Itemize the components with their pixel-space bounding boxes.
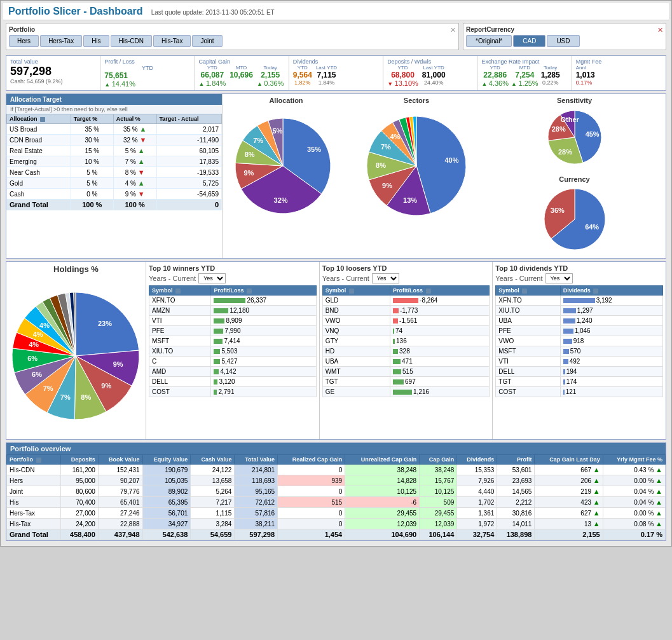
ov-total-cg: 106,144 <box>420 529 457 540</box>
svg-text:9%: 9% <box>113 360 123 368</box>
winner-symbol: C <box>149 357 211 367</box>
list-item: MSFT 570 <box>496 346 663 357</box>
svg-text:28%: 28% <box>551 125 565 133</box>
capital-gain-label: Capital Gain <box>199 58 285 65</box>
loosers-dropdown[interactable]: YesNo <box>372 273 399 283</box>
deposits-label: Deposits / Wdwls <box>387 58 473 65</box>
ov-col-ucg: Unrealized Cap Gain <box>345 455 420 465</box>
svg-text:9%: 9% <box>382 182 392 189</box>
exchange-cell: Exchange Rate Impact YTD 22,886 ▲ 4.36% … <box>477 56 572 90</box>
ov-profit: 30,816 <box>497 508 535 519</box>
ov-profit: 23,693 <box>497 475 535 486</box>
ov-total-cgld: 2,155 <box>535 529 603 540</box>
tab-his[interactable]: His <box>83 35 109 47</box>
list-item: GTY 136 <box>322 336 490 346</box>
sort-ov-p[interactable] <box>36 458 41 463</box>
tab-hers-tax[interactable]: Hers-Tax <box>40 35 82 47</box>
ov-cg: 29,455 <box>420 508 457 519</box>
winners-col-symbol[interactable]: Symbol <box>149 286 211 296</box>
sort-icon-div-val[interactable] <box>593 289 598 294</box>
ov-col-cgld: Cap Gain Last Day <box>535 455 603 465</box>
list-item: PFE 7,990 <box>149 326 317 336</box>
dividends-dropdown[interactable]: YesNo <box>545 273 573 283</box>
alloc-diff: 5,725 <box>156 178 221 189</box>
dep-last-pct: 24.40% <box>424 79 444 86</box>
close-icon-currency[interactable]: ✕ <box>657 26 663 35</box>
allocation-section: Allocation Target If [Target-Actual] >0 … <box>6 94 223 258</box>
list-item: XIU.TO 5,503 <box>149 346 317 357</box>
looser-value: -1,561 <box>390 316 490 326</box>
svg-text:40%: 40% <box>444 156 458 164</box>
ov-col-portfolio[interactable]: Portfolio <box>7 455 61 465</box>
ov-name: His-CDN <box>7 465 61 475</box>
ov-cash: 3,284 <box>191 519 235 529</box>
alloc-actual: 35 % ▲ <box>113 124 156 135</box>
alloc-row: Near Cash 5 % 8 % ▼ -19,533 <box>7 167 222 178</box>
winners-dropdown[interactable]: YesNo <box>198 273 226 283</box>
ov-total-total: 597,298 <box>235 529 278 540</box>
tab-original[interactable]: *Original* <box>466 35 512 47</box>
sort-icon-pl-l[interactable] <box>426 289 431 294</box>
alloc-target: 10 % <box>71 156 113 167</box>
col-allocation[interactable]: Allocation <box>7 114 71 124</box>
alloc-total-diff: 0 <box>156 200 221 210</box>
overview-table: Portfolio Deposits Book Value Equity Val… <box>6 454 666 540</box>
allocation-chart-title: Allocation <box>225 97 347 104</box>
winner-symbol: PFE <box>149 326 211 336</box>
ov-name: Hers <box>7 475 61 486</box>
list-item: XIU.TO 1,297 <box>496 306 663 316</box>
allocation-pie-svg: 35%32%9%8%7%5% <box>226 106 346 220</box>
ov-equity: 105,035 <box>142 475 191 486</box>
ov-cgld: 13 ▲ <box>535 519 603 529</box>
alloc-target: 35 % <box>71 124 113 135</box>
div-col-symbol[interactable]: Symbol <box>496 286 560 296</box>
ov-rcg: 939 <box>278 475 345 486</box>
sort-icon[interactable] <box>40 117 45 122</box>
sort-icon-winners[interactable] <box>175 289 181 294</box>
alloc-actual: 9 % ▼ <box>113 189 156 200</box>
list-item: VTI 492 <box>496 357 663 367</box>
ov-equity: 34,927 <box>142 519 191 529</box>
svg-text:7%: 7% <box>253 137 263 144</box>
ov-div: 1,972 <box>457 519 497 529</box>
list-item: BND -1,773 <box>322 306 490 316</box>
sort-icon-div[interactable] <box>522 289 527 294</box>
table-row: His-Tax 24,200 22,888 34,927 3,284 38,21… <box>7 519 666 529</box>
loosers-col-symbol[interactable]: Symbol <box>322 286 390 296</box>
alloc-diff: 60,105 <box>156 146 221 156</box>
div-symbol: DELL <box>496 367 560 377</box>
alloc-name: Emerging <box>7 156 71 167</box>
ov-rcg: 0 <box>278 508 345 519</box>
winner-value: 7,414 <box>211 336 316 346</box>
sort-icon-loosers[interactable] <box>349 289 354 294</box>
tab-his-tax[interactable]: His-Tax <box>153 35 191 47</box>
winners-col-pl[interactable]: Profit/Loss <box>211 286 316 296</box>
ex-mtd-label: MTD <box>519 65 530 71</box>
profit-loss-cell: Profit / Loss YTD 75,651 ▲ 14.41% <box>100 56 195 90</box>
looser-symbol: WMT <box>322 367 390 377</box>
cg-today-pct: ▲ 0.36% <box>257 79 284 87</box>
ex-mtd: 7,254 <box>515 71 534 79</box>
ov-total-deposits: 458,400 <box>60 529 98 540</box>
tab-hers[interactable]: Hers <box>9 35 39 47</box>
div-symbol: COST <box>496 387 560 397</box>
ov-name: His-Tax <box>7 519 61 529</box>
last-update: Last quote update: 2013-11-30 05:20:51 E… <box>151 9 275 16</box>
sort-icon-pl[interactable] <box>247 289 252 294</box>
cg-mtd-label: MTD <box>236 65 247 71</box>
sectors-chart-title: Sectors <box>352 97 481 104</box>
tab-his-cdn[interactable]: His-CDN <box>111 35 152 47</box>
tab-usd[interactable]: USD <box>547 35 579 47</box>
div-col-div[interactable]: Dividends <box>560 286 662 296</box>
table-row: Joint 80,600 79,776 89,902 5,264 95,165 … <box>7 486 666 497</box>
tab-joint[interactable]: Joint <box>192 35 222 47</box>
tab-cad[interactable]: CAD <box>513 35 545 47</box>
close-icon[interactable]: ✕ <box>450 26 456 35</box>
loosers-col-pl[interactable]: Profit/Loss <box>390 286 490 296</box>
svg-text:7%: 7% <box>381 143 391 151</box>
ov-cg: 10,125 <box>420 486 457 497</box>
ex-today-pct: 0.22% <box>542 79 559 86</box>
overview-section: Portfolio overview Portfolio Deposits Bo… <box>6 442 666 541</box>
currency-tabs: *Original* CAD USD <box>466 35 663 47</box>
winner-value: 3,120 <box>211 377 316 387</box>
